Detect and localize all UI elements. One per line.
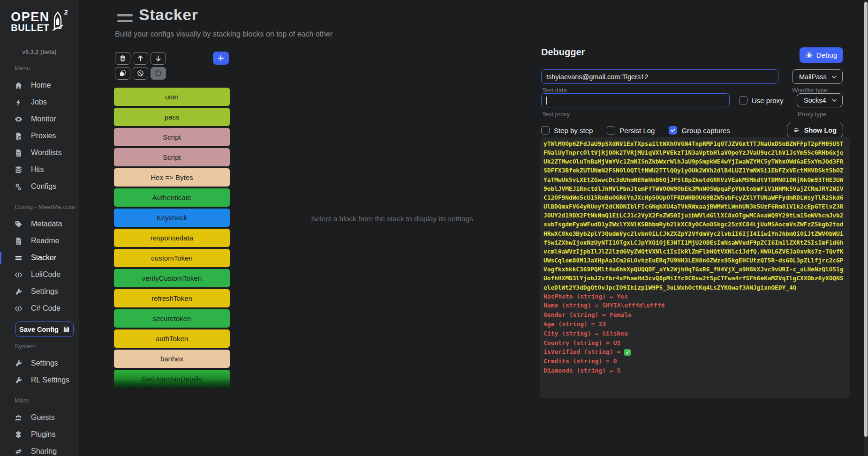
log-line: VagfkxhkkC369PQMlt4u6hkXpQUQQDF_aYk2WjhH… bbox=[543, 265, 850, 274]
checkbox-step-by-step[interactable]: Step by step bbox=[541, 126, 593, 135]
stack-block-verifycustomtoken[interactable]: verifyCustomToken bbox=[114, 269, 230, 287]
stack-block-hex-bytes[interactable]: Hex => Bytes bbox=[114, 168, 230, 187]
sidebar-item-stacker[interactable]: Stacker bbox=[0, 249, 79, 266]
sidebar-item-sharing[interactable]: Sharing bbox=[0, 443, 79, 456]
sidebar-item-proxies[interactable]: Proxies bbox=[0, 127, 79, 144]
stack-block-getuserbandetails[interactable]: GetUserBanDetails bbox=[114, 370, 230, 388]
block-stack: userpassScriptScriptHex => BytesAuthenti… bbox=[114, 88, 230, 390]
sidebar-item-monitor[interactable]: Monitor bbox=[0, 111, 79, 127]
checkbox-box[interactable] bbox=[739, 96, 747, 105]
sidebar-item-c-code[interactable]: C# Code bbox=[0, 300, 79, 317]
wordlist-type-select[interactable]: MailPass bbox=[792, 69, 843, 84]
checkbox-persist-log[interactable]: Persist Log bbox=[607, 126, 655, 135]
sidebar-item-home[interactable]: Home bbox=[0, 77, 79, 94]
stack-toolbar-row1 bbox=[115, 52, 168, 65]
sidebar-item-label: Home bbox=[31, 81, 51, 90]
gears-icon bbox=[15, 183, 23, 191]
capture-line: Name (string) = SHYIA\ufffd\ufffd bbox=[543, 301, 850, 310]
stack-block-authenticate[interactable]: Authenticate bbox=[114, 188, 230, 207]
capture-line: isVerified (string) = bbox=[543, 347, 850, 357]
move-block-up-button[interactable] bbox=[133, 52, 148, 65]
sidebar-item-guests[interactable]: Guests bbox=[0, 409, 79, 426]
log-line: UofhHXMB3lYjobJZxfbr4xPhaeHd3cvQ8pMiIfc9… bbox=[543, 274, 850, 283]
stack-block-responsedata[interactable]: responsedata bbox=[114, 229, 230, 247]
sidebar-section-label: Config - MeetMe.com bbox=[0, 199, 79, 216]
delete-block-button[interactable] bbox=[115, 52, 130, 65]
test-proxy-input[interactable] bbox=[541, 93, 730, 107]
stack-block-authtoken[interactable]: authToken bbox=[114, 329, 230, 348]
sidebar-item-label: Sharing bbox=[31, 447, 57, 456]
checkbox-box[interactable] bbox=[669, 126, 677, 135]
sidebar-item-label: C# Code bbox=[31, 304, 60, 313]
sidebar-item-label: Guests bbox=[31, 413, 55, 422]
checkbox-box[interactable] bbox=[541, 126, 550, 135]
stack-block-securetoken[interactable]: securetoken bbox=[114, 309, 230, 328]
checkbox-group-captures[interactable]: Group captures bbox=[669, 126, 730, 135]
sidebar-section-system: SystemSettingsRL Settings bbox=[0, 338, 79, 389]
log-line: C12OF9NdWo5cU15RnBuOGR6YnJXcHp5OUpOTFRDW… bbox=[543, 193, 850, 202]
stacker-icon bbox=[117, 14, 133, 22]
stack-block-refreshtoken[interactable]: refreshToken bbox=[114, 289, 230, 307]
home-icon bbox=[15, 82, 23, 90]
sidebar-item-plugins[interactable]: Plugins bbox=[0, 426, 79, 443]
log-line: vcml0aWVzIjpbIlJlZ2lzdGVyZWQtVXNlciIsIkR… bbox=[543, 247, 850, 256]
debug-button[interactable]: Debug bbox=[800, 47, 843, 63]
test-data-input[interactable] bbox=[541, 69, 778, 84]
sidebar-item-jobs[interactable]: Jobs bbox=[0, 94, 79, 111]
stack-block-banhex[interactable]: banhex bbox=[114, 350, 230, 368]
chevron-down-icon bbox=[831, 74, 838, 80]
capture-line: Country (string) = US bbox=[543, 338, 850, 348]
sidebar-item-wordlists[interactable]: Wordlists bbox=[0, 144, 79, 161]
show-log-button[interactable]: Show Log bbox=[787, 123, 843, 138]
sidebar-section-menu: MenuHomeJobsMonitorProxiesWordlistsHitsC… bbox=[0, 60, 79, 195]
arrow-down-icon bbox=[155, 55, 162, 62]
file-badge-icon bbox=[15, 132, 23, 140]
sidebar-item-readme[interactable]: Readme bbox=[0, 232, 79, 249]
log-line: JOUY2d19DX2FtNkNmQ1EiLCJ1c2VyX2FnZW50Ijo… bbox=[543, 211, 850, 220]
sidebar-item-lolicode[interactable]: LoliCode bbox=[0, 266, 79, 283]
sidebar-item-settings[interactable]: Settings bbox=[0, 283, 79, 300]
green-check-icon bbox=[624, 349, 631, 356]
capture-line: Gender (string) = Female bbox=[543, 310, 850, 320]
capture-line: Credits (string) = 0 bbox=[543, 357, 850, 366]
debug-log-captures: HasPhoto (string) = YesName (string) = S… bbox=[543, 292, 850, 375]
scrollbar-thumb[interactable] bbox=[864, 2, 868, 437]
page-scrollbar[interactable] bbox=[864, 0, 868, 456]
sidebar-item-label: Wordlists bbox=[31, 149, 62, 157]
sidebar-item-rl-settings[interactable]: RL Settings bbox=[0, 372, 79, 389]
page-title: Stacker bbox=[139, 6, 198, 24]
sidebar-item-label: LoliCode bbox=[31, 270, 60, 279]
sidebar-item-label: Jobs bbox=[31, 98, 47, 106]
undo-button[interactable] bbox=[151, 67, 166, 80]
save-config-button[interactable]: Save Config bbox=[15, 321, 74, 337]
sidebar-item-hits[interactable]: Hits bbox=[0, 161, 79, 178]
stack-block-pass[interactable]: pass bbox=[114, 108, 230, 126]
log-line: fSwiZXhwIjoxNzUyNTI1OTgxLCJpYXQiOjE3NTI1… bbox=[543, 238, 850, 247]
stack-block-customtoken[interactable]: customToken bbox=[114, 249, 230, 267]
log-line: eleDlWt2Y3dDgQtOvJpcIO9Ihizp1W9PS_3uLWxh… bbox=[543, 283, 850, 292]
sidebar-item-metadata[interactable]: Metadata bbox=[0, 216, 79, 232]
checkbox-box[interactable] bbox=[607, 126, 615, 135]
show-log-label: Show Log bbox=[804, 127, 837, 134]
debug-log[interactable]: yTWlMQOp6ZFdJaU9pSXdNV1ExTXpsa1ltWXhOVGN… bbox=[540, 137, 850, 398]
disable-block-button[interactable] bbox=[133, 67, 148, 80]
log-line: FNalUyTnprcOltVjRjQOk2TVRjMU1qVXlPVEkzT1… bbox=[543, 148, 850, 157]
stack-block-script[interactable]: Script bbox=[114, 148, 230, 166]
add-block-button[interactable] bbox=[213, 52, 229, 65]
log-line: 9oblJVMEJ1RnctdlJhMVlPbnJtemFfTWVOQW9ObE… bbox=[543, 184, 850, 193]
move-block-down-button[interactable] bbox=[151, 52, 166, 65]
stack-icon bbox=[15, 166, 23, 174]
proxy-type-select[interactable]: Socks4 bbox=[797, 93, 843, 107]
logo-text-open: OPEN bbox=[11, 11, 50, 23]
log-line: UWsCqlom88M1JaXHpAa3Cm26LOvhzEuERq7U9NH3… bbox=[543, 256, 850, 265]
sidebar-item-configs[interactable]: Configs bbox=[0, 178, 79, 195]
clone-block-button[interactable] bbox=[115, 67, 130, 80]
stack-block-script[interactable]: Script bbox=[114, 128, 230, 146]
stack-block-keycheck[interactable]: Keycheck bbox=[114, 209, 230, 227]
stack-block-user[interactable]: user bbox=[114, 88, 230, 106]
logo-text-bullet: BULLET bbox=[11, 23, 50, 33]
sidebar-item-settings[interactable]: Settings bbox=[0, 355, 79, 372]
checkbox-use-proxy[interactable]: Use proxy bbox=[739, 96, 784, 105]
file-lines-icon bbox=[15, 237, 23, 245]
users-icon bbox=[15, 414, 23, 422]
